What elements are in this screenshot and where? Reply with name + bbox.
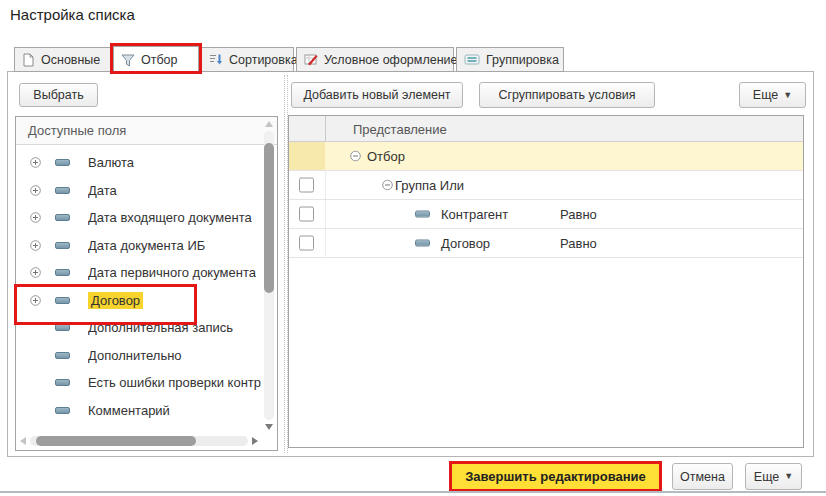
row-label: Контрагент [441,207,508,222]
tab-label: Условное оформление [324,53,457,67]
tree-header-label: Доступные поля [28,123,126,138]
page-title: Настройка списка [10,6,135,23]
scrollbar-thumb[interactable] [264,143,274,293]
tree-item[interactable]: Дата [16,177,261,205]
list-settings-dialog: Настройка списка Основные Отбор Сортиров… [0,0,826,496]
row-checkbox[interactable] [299,236,314,251]
field-icon [55,269,70,276]
expand-icon[interactable] [30,295,41,306]
table-row-gruppa-ili[interactable]: Группа Или [289,171,803,200]
add-element-button-label: Добавить новый элемент [303,88,450,102]
tab-label: Отбор [141,53,178,67]
tree-item[interactable]: Комментарий [16,397,261,425]
tree-item-label: Валюта [88,155,134,170]
tree-item[interactable]: Дополнительно [16,342,261,370]
expand-icon[interactable] [30,267,41,278]
field-icon [55,352,70,359]
chevron-down-icon: ▼ [783,91,792,100]
tree-item-dogovor[interactable]: Договор [16,287,261,315]
field-icon [55,187,70,194]
group-conditions-button-label: Сгруппировать условия [498,88,635,102]
current-row-marker [289,142,325,170]
finish-editing-button[interactable]: Завершить редактирование [449,461,662,492]
tree-item[interactable]: Дата первичного документа [16,259,261,287]
tree-item-label: Комментарий [88,403,170,418]
select-button[interactable]: Выбрать [19,83,98,107]
row-checkbox[interactable] [299,207,314,222]
scrollbar-thumb[interactable] [36,436,196,446]
sort-icon [209,53,223,66]
tree-item-label: Дополнительно [88,348,182,363]
tree-item[interactable]: Валюта [16,149,261,177]
filter-table: Представление Отбор Группа Или Контраген… [288,115,804,448]
cancel-button[interactable]: Отмена [672,463,733,490]
tree-item[interactable]: Дата входящего документа [16,204,261,232]
select-button-label: Выбрать [33,88,83,102]
tree-item[interactable]: Дата документа ИБ [16,232,261,260]
grouping-icon [464,54,480,65]
tree-horizontal-scrollbar[interactable] [18,434,260,448]
cancel-button-label: Отмена [680,470,725,484]
available-fields-tree: Доступные поля Валюта Дата Дата входящег… [15,116,278,451]
field-icon [55,242,70,249]
tree-item[interactable]: Есть ошибки проверки контр [16,369,261,397]
tree-item-label: Дата входящего документа [88,210,252,225]
tree-item-label: Дата первичного документа [88,265,256,280]
row-label: Договор [441,236,490,251]
funnel-icon [121,54,135,67]
scroll-up-icon[interactable] [265,121,273,127]
field-icon [55,214,70,221]
row-condition: Равно [560,207,597,222]
more-button-label: Еще [754,470,779,484]
field-icon [415,211,430,218]
table-header-label: Представление [353,121,447,136]
row-checkbox[interactable] [299,178,314,193]
add-element-button[interactable]: Добавить новый элемент [291,82,463,108]
field-icon [55,159,70,166]
conditional-format-icon [304,53,318,66]
table-row-otbor[interactable]: Отбор [289,142,803,171]
settings-content-panel: Выбрать Доступные поля Валюта Дата [7,71,814,457]
tree-items: Валюта Дата Дата входящего документа Дат… [16,149,261,424]
more-button-top[interactable]: Еще ▼ [739,82,806,108]
field-icon [415,240,430,247]
collapse-icon[interactable] [350,151,361,162]
tab-otbor[interactable]: Отбор [113,46,199,73]
scroll-down-icon[interactable] [265,424,273,430]
tab-uslovnoe-oformlenie[interactable]: Условное оформление [296,47,454,72]
tree-item-label-highlighted: Договор [88,292,143,309]
tab-label: Основные [41,53,100,67]
tab-sortirovka[interactable]: Сортировка [201,47,294,72]
more-button-bottom[interactable]: Еще ▼ [745,463,802,490]
field-icon [55,407,70,414]
finish-editing-button-label: Завершить редактирование [465,469,646,484]
expand-icon[interactable] [30,212,41,223]
expand-icon[interactable] [30,157,41,168]
tree-vertical-scrollbar[interactable] [262,119,276,432]
scroll-left-icon[interactable] [20,437,26,445]
group-conditions-button[interactable]: Сгруппировать условия [479,82,655,108]
tree-item[interactable]: Дополнительная запись [16,314,261,342]
row-condition: Равно [560,236,597,251]
field-icon [55,379,70,386]
row-label: Группа Или [395,178,464,193]
table-header: Представление [289,116,803,142]
field-icon [55,297,70,304]
field-icon [55,324,70,331]
tree-item-label: Дата [88,183,117,198]
expand-icon[interactable] [30,185,41,196]
table-row-kontragent[interactable]: Контрагент Равно [289,200,803,229]
window-bottom-edge [0,491,826,493]
tab-osnovnye[interactable]: Основные [14,47,111,72]
column-separator [325,116,326,141]
tab-label: Группировка [486,53,559,67]
tab-gruppirovka[interactable]: Группировка [456,47,564,72]
table-row-dogovor[interactable]: Договор Равно [289,229,803,258]
tree-item-label: Дата документа ИБ [88,238,205,253]
collapse-icon[interactable] [382,180,393,191]
scroll-right-icon[interactable] [252,437,258,445]
document-icon [22,53,35,67]
row-label: Отбор [367,149,405,164]
tree-item-label: Дополнительная запись [88,320,233,335]
expand-icon[interactable] [30,240,41,251]
